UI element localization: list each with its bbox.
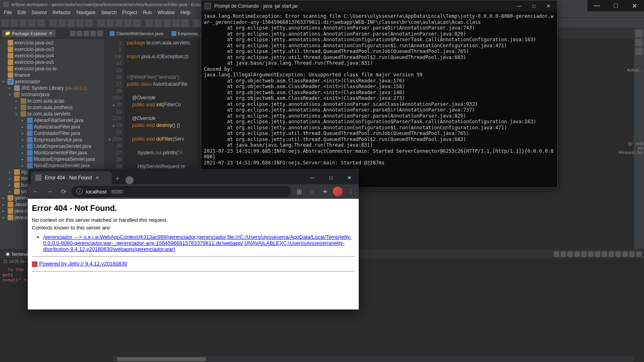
- tree-item[interactable]: ▸ListaEmpresasServlet.java: [0, 143, 105, 149]
- toolbar-button[interactable]: [37, 19, 44, 27]
- close-button[interactable]: ✕: [539, 0, 557, 12]
- browser-tabstrip[interactable]: Error 404 - Not Found ✕ + — □ ✕: [28, 169, 359, 184]
- menu-window[interactable]: Window: [157, 10, 175, 17]
- toggle4-icon[interactable]: [595, 251, 600, 257]
- tree-item[interactable]: ▸ControladorFilter.java: [0, 130, 105, 137]
- toggle-icon[interactable]: [574, 251, 580, 257]
- toolbar-button[interactable]: [85, 19, 92, 27]
- url-field[interactable]: i localhost:8080: [71, 186, 291, 197]
- bookmark-icon[interactable]: ☆: [306, 186, 318, 197]
- toolbar-button[interactable]: [163, 19, 171, 27]
- tree-item[interactable]: ▸br.com.aula.protheus: [0, 104, 105, 111]
- toolbar-button[interactable]: [10, 19, 18, 27]
- back-button[interactable]: ←: [30, 186, 42, 197]
- tree-item[interactable]: ▾br.com.aula.servlets: [0, 111, 105, 117]
- maximize-button[interactable]: □: [606, 0, 625, 11]
- maximize-button[interactable]: □: [322, 171, 340, 184]
- tree-item[interactable]: ▸MostrarEmpresaServlet.java: [0, 156, 105, 162]
- close-icon[interactable]: ✕: [95, 175, 99, 181]
- translate-icon[interactable]: ⊞: [293, 186, 305, 197]
- right-toolbar[interactable]: Activat... ig) : voidetstRequest, Ser: [634, 28, 644, 250]
- minimize-button[interactable]: —: [588, 0, 606, 11]
- max-icon[interactable]: [636, 251, 642, 257]
- collapse-icon[interactable]: [77, 31, 82, 36]
- forward-button[interactable]: →: [44, 186, 55, 197]
- clear-icon[interactable]: [560, 251, 566, 257]
- tree-item[interactable]: ▸AlterarFilialServlet.java: [0, 117, 105, 124]
- perspective-icon[interactable]: [636, 48, 643, 55]
- tree-item[interactable]: exercicio-java-oo3: [0, 46, 105, 53]
- close-button[interactable]: ✕: [625, 0, 644, 11]
- extensions-icon[interactable]: ✦: [319, 186, 330, 197]
- tree-item[interactable]: ▸JRE System Library [jdk-16.0.1]: [0, 85, 105, 91]
- menu-source[interactable]: Source: [31, 10, 47, 17]
- site-info-icon[interactable]: i: [76, 188, 83, 195]
- editor-tab[interactable]: ClienteWebService.java: [106, 29, 167, 38]
- toolbar-button[interactable]: [124, 19, 132, 27]
- tasks-icon[interactable]: [636, 39, 643, 46]
- powered-by-link[interactable]: Powered by Jetty:// 9.4.12.v20180830: [39, 261, 127, 267]
- menu-navigate[interactable]: Navigate: [76, 10, 95, 17]
- menu-project[interactable]: Project: [122, 10, 137, 17]
- link-icon[interactable]: [70, 31, 75, 36]
- tree-item[interactable]: exercicio-java-oo4: [0, 53, 105, 59]
- toolbar-button[interactable]: [67, 19, 75, 27]
- tree-item[interactable]: exercicio-java-oo5: [0, 59, 105, 65]
- menu-edit[interactable]: Edit: [17, 10, 26, 17]
- profile-avatar[interactable]: [332, 186, 343, 197]
- editor-tab[interactable]: Empresas...: [167, 29, 206, 38]
- tree-item[interactable]: exercicio-java-oo-io: [0, 65, 105, 72]
- tree-item[interactable]: ▸MonitoramentoFilter.java: [0, 149, 105, 156]
- menu-refactor[interactable]: Refactor: [52, 10, 71, 17]
- close-icon[interactable]: ✕: [49, 31, 52, 36]
- toggle2-icon[interactable]: [581, 251, 587, 257]
- min-icon[interactable]: [629, 251, 635, 257]
- context-link[interactable]: /gerenciador ---> o.e.j.w.WebAppContext@…: [43, 234, 351, 252]
- outline-icon[interactable]: [636, 30, 643, 37]
- menu-icon[interactable]: [90, 31, 96, 36]
- toolbar-button[interactable]: [194, 19, 201, 27]
- toolbar-button[interactable]: [155, 19, 162, 27]
- tree-item[interactable]: ▾src/main/java: [0, 91, 105, 98]
- menu-icon[interactable]: ⋮: [345, 186, 356, 197]
- minimize-button[interactable]: —: [303, 171, 322, 184]
- toolbar-button[interactable]: [76, 19, 84, 27]
- toggle8-icon[interactable]: [622, 251, 628, 257]
- toolbar-button[interactable]: [2, 19, 9, 27]
- browser-tab[interactable]: Error 404 - Not Found ✕: [31, 171, 112, 184]
- menu-help[interactable]: Help: [180, 10, 190, 17]
- toggle5-icon[interactable]: [602, 251, 607, 257]
- filter-icon[interactable]: [84, 31, 89, 36]
- min-icon[interactable]: [97, 31, 103, 36]
- toggle3-icon[interactable]: [588, 251, 594, 257]
- tree-item[interactable]: ▸NovaEmpresaServlet.java: [0, 162, 105, 169]
- toolbar-button[interactable]: [115, 19, 123, 27]
- tree-item[interactable]: ▾gerenciador: [0, 78, 105, 85]
- toggle7-icon[interactable]: [615, 251, 621, 257]
- toolbar-button[interactable]: [172, 19, 180, 27]
- toggle6-icon[interactable]: [608, 251, 614, 257]
- package-explorer-tab[interactable]: 📁 Package Explorer ✕: [2, 29, 56, 37]
- reload-button[interactable]: ⟳: [58, 186, 69, 197]
- new-tab-button[interactable]: +: [112, 173, 123, 184]
- toolbar-button[interactable]: [98, 19, 105, 27]
- tree-item[interactable]: ▸br.com.aula.acao: [0, 98, 105, 104]
- cmd-output[interactable]: java.lang.RuntimeException: Error scanni…: [201, 12, 557, 187]
- pin-icon[interactable]: [554, 251, 559, 257]
- cmd-titlebar[interactable]: Prompt de Comando - java -jar start.jar …: [201, 0, 557, 12]
- toolbar-button[interactable]: [146, 19, 153, 27]
- toolbar-button[interactable]: [181, 19, 188, 27]
- tree-item[interactable]: ▸EmpresasService.java: [0, 137, 105, 143]
- toolbar-button[interactable]: [59, 19, 66, 27]
- editor-scrollbar[interactable]: [113, 356, 634, 362]
- tree-item[interactable]: ▸AutorizacaoFilter.java: [0, 124, 105, 130]
- toolbar-button[interactable]: [50, 19, 57, 27]
- menu-run[interactable]: Run: [143, 10, 152, 17]
- toolbar-button[interactable]: [133, 19, 140, 27]
- tree-item[interactable]: exercicio-java-oo2: [0, 40, 105, 46]
- tree-item[interactable]: finance: [0, 72, 105, 78]
- scroll-icon[interactable]: [567, 251, 573, 257]
- toolbar-button[interactable]: [28, 19, 36, 27]
- toolbar-button[interactable]: [19, 19, 27, 27]
- menu-file[interactable]: File: [4, 10, 12, 17]
